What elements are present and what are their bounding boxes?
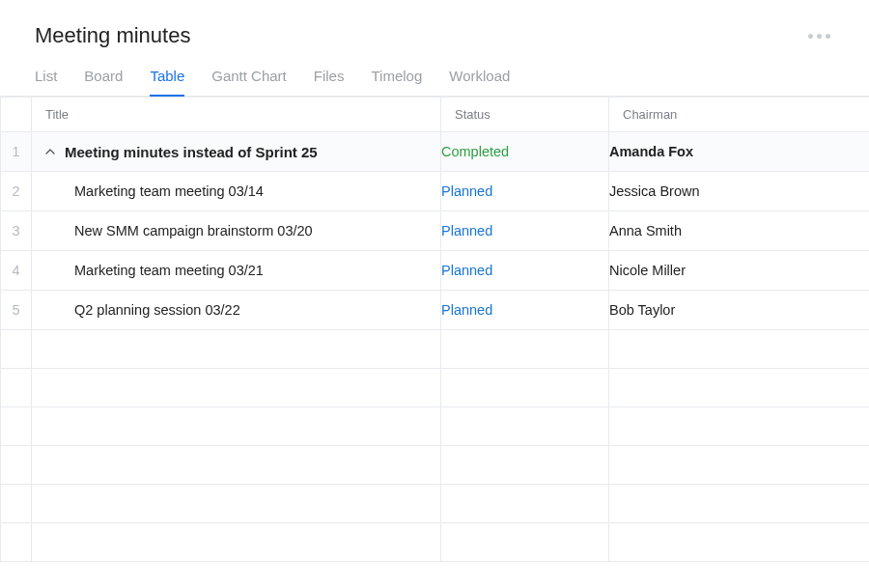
row-title-cell[interactable]: Marketing team meeting 03/21 <box>32 251 440 290</box>
chairman-cell[interactable]: Jessica Brown <box>609 172 870 211</box>
column-header-title[interactable]: Title <box>32 98 441 132</box>
tab-list[interactable]: List <box>35 68 57 96</box>
row-number: 5 <box>1 291 32 330</box>
row-title-cell[interactable]: Marketing team meeting 03/14 <box>32 172 440 210</box>
chairman-cell[interactable]: Anna Smith <box>609 211 870 251</box>
table-row-empty[interactable] <box>1 369 870 407</box>
row-title: New SMM campaign brainstorm 03/20 <box>74 223 313 238</box>
column-header-chairman[interactable]: Chairman <box>609 98 870 132</box>
header: Meeting minutes <box>0 0 869 56</box>
table-row[interactable]: 4 Marketing team meeting 03/21 Planned N… <box>1 251 870 291</box>
row-title-cell[interactable]: Meeting minutes instead of Sprint 25 <box>32 132 440 171</box>
page-title: Meeting minutes <box>35 23 190 48</box>
table-row[interactable]: 1 Meeting minutes instead of Sprint 25 C… <box>1 132 870 172</box>
tab-table[interactable]: Table <box>150 68 184 96</box>
row-number: 3 <box>1 211 32 251</box>
row-number: 4 <box>1 251 32 291</box>
column-header-rownum <box>1 98 32 132</box>
table-row-empty[interactable] <box>1 485 870 523</box>
table-row[interactable]: 5 Q2 planning session 03/22 Planned Bob … <box>1 291 870 330</box>
status-badge[interactable]: Planned <box>441 183 492 199</box>
chairman-cell[interactable]: Nicole Miller <box>609 251 870 291</box>
tab-gantt-chart[interactable]: Gantt Chart <box>211 68 287 96</box>
table-row-empty[interactable] <box>1 407 870 446</box>
row-title: Marketing team meeting 03/14 <box>74 183 264 199</box>
table-header-row: Title Status Chairman <box>1 98 870 132</box>
row-number: 1 <box>1 132 32 172</box>
table-row-empty[interactable] <box>1 523 870 562</box>
status-badge[interactable]: Planned <box>441 223 492 238</box>
tabs-bar: List Board Table Gantt Chart Files Timel… <box>0 56 869 97</box>
table-row-empty[interactable] <box>1 330 870 369</box>
row-title-cell[interactable]: New SMM campaign brainstorm 03/20 <box>32 211 440 250</box>
row-title-cell[interactable]: Q2 planning session 03/22 <box>32 291 440 329</box>
tab-board[interactable]: Board <box>84 68 123 96</box>
tab-timelog[interactable]: Timelog <box>371 68 422 96</box>
row-title: Marketing team meeting 03/21 <box>74 263 264 278</box>
data-table: Title Status Chairman 1 Meeting minutes … <box>0 97 869 562</box>
more-dots-icon <box>826 34 830 39</box>
status-badge[interactable]: Planned <box>441 263 492 278</box>
table-row[interactable]: 2 Marketing team meeting 03/14 Planned J… <box>1 172 870 211</box>
table-row[interactable]: 3 New SMM campaign brainstorm 03/20 Plan… <box>1 211 870 251</box>
more-menu-button[interactable] <box>804 30 834 42</box>
more-dots-icon <box>817 34 822 39</box>
table-row-empty[interactable] <box>1 446 870 485</box>
status-badge[interactable]: Planned <box>441 302 492 318</box>
chairman-cell[interactable]: Bob Taylor <box>609 291 870 330</box>
chairman-cell[interactable]: Amanda Fox <box>609 132 870 172</box>
row-number: 2 <box>1 172 32 211</box>
more-dots-icon <box>808 34 813 39</box>
row-title: Meeting minutes instead of Sprint 25 <box>65 144 318 160</box>
page-root: { "header": { "title": "Meeting minutes"… <box>0 0 869 588</box>
status-badge[interactable]: Completed <box>441 144 509 159</box>
column-header-status[interactable]: Status <box>441 98 609 132</box>
row-title: Q2 planning session 03/22 <box>74 302 240 318</box>
tab-files[interactable]: Files <box>314 68 345 96</box>
chevron-up-icon[interactable] <box>45 147 55 156</box>
tab-workload[interactable]: Workload <box>449 68 510 96</box>
